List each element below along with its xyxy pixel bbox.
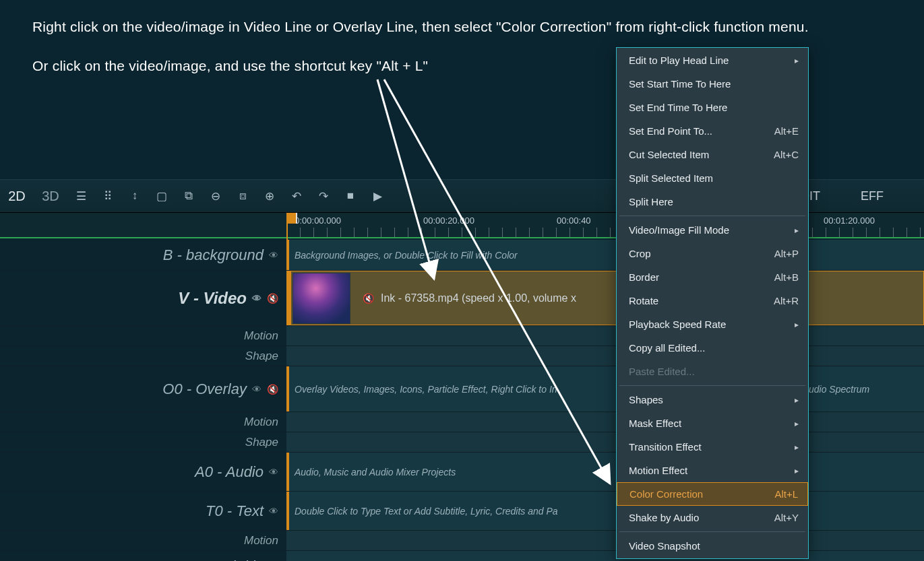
track-audio-label: A0 - Audio <box>195 463 264 481</box>
menu-fill-mode[interactable]: Video/Image Fill Mode▸ <box>617 218 808 242</box>
mute-icon[interactable]: 🔇 <box>267 293 278 304</box>
menu-separator <box>619 385 805 386</box>
eye-icon[interactable]: 👁 <box>269 250 278 261</box>
toolbar-grid-icon[interactable]: ⠿ <box>94 179 121 213</box>
track-text-label: T0 - Text <box>206 502 264 520</box>
track-subtitle-content[interactable]: Double Click to Type Text or Add Subtitl… <box>286 551 924 561</box>
chevron-right-icon: ▸ <box>795 56 799 65</box>
track-subtitle-label: S - Subtitle <box>191 558 264 562</box>
track-overlay-label: O0 - Overlay <box>162 381 247 398</box>
tab-3d[interactable]: 3D <box>34 189 67 204</box>
toolbar-plus-icon[interactable]: ⊕ <box>256 179 283 213</box>
menu-edit-to-play-head[interactable]: Edit to Play Head Line▸ <box>617 48 808 72</box>
menu-set-start-time[interactable]: Set Start Time To Here <box>617 72 808 96</box>
track-text-content[interactable]: Double Click to Type Text or Add Subtitl… <box>286 492 924 530</box>
chevron-right-icon: ▸ <box>795 320 799 329</box>
chevron-right-icon: ▸ <box>795 442 799 452</box>
toolbar-crop-icon[interactable]: ⧈ <box>229 179 256 213</box>
menu-video-snapshot[interactable]: Video Snapshot <box>617 534 808 558</box>
menu-split-selected[interactable]: Split Selected Item <box>617 166 808 190</box>
track-audio-content[interactable]: Audio, Music and Audio Mixer Projects <box>286 453 924 491</box>
menu-paste-edited: Paste Edited... <box>617 360 808 383</box>
track-overlay-hint-tail: udio Spectrum <box>809 384 869 395</box>
track-overlay-content[interactable]: Overlay Videos, Images, Icons, Particle … <box>286 366 924 411</box>
track-video-motion-content[interactable] <box>286 326 924 345</box>
ruler-marks <box>286 228 924 237</box>
eye-icon[interactable]: 👁 <box>252 293 261 304</box>
toolbar-undo-icon[interactable]: ↶ <box>283 179 310 213</box>
eye-icon[interactable]: 👁 <box>269 467 278 477</box>
shape-label: Shape <box>245 436 278 449</box>
motion-label: Motion <box>244 416 278 429</box>
menu-motion-effect[interactable]: Motion Effect▸ <box>617 459 808 482</box>
mute-icon[interactable]: 🔇 <box>267 384 278 395</box>
menu-transition-effect[interactable]: Transition Effect▸ <box>617 435 808 459</box>
ruler-tick-1: 00:00:20.000 <box>423 216 474 226</box>
track-background-content[interactable]: Background Images, or Double Click to Fi… <box>286 240 924 270</box>
track-overlay-motion-content[interactable] <box>286 412 924 432</box>
instruction-line-1: Right click on the video/image in Video … <box>32 19 809 35</box>
tab-2d[interactable]: 2D <box>0 189 34 204</box>
toolbar-play-icon[interactable]: ▶ <box>364 179 391 213</box>
toolbar-updown-icon[interactable]: ↕ <box>121 179 148 213</box>
clip-mute-icon[interactable]: 🔇 <box>363 293 374 304</box>
chevron-right-icon: ▸ <box>795 466 799 475</box>
clip-thumbnail <box>292 273 350 324</box>
track-background-label: B - background <box>163 246 264 264</box>
motion-label: Motion <box>244 329 278 343</box>
instruction-line-2: Or click on the video/image, and use the… <box>32 58 428 74</box>
menu-separator <box>619 216 805 216</box>
toolbar-effect-label[interactable]: EFF <box>861 189 884 203</box>
toolbar-list-icon[interactable]: ☰ <box>67 179 94 213</box>
clip-filename: Ink - 67358.mp4 (speed x 1.00, volume x <box>381 292 576 304</box>
menu-split-here[interactable]: Split Here <box>617 190 808 213</box>
menu-playback-speed[interactable]: Playback Speed Rate▸ <box>617 312 808 336</box>
track-video-label: V - Video <box>178 289 247 308</box>
clip-left-handle[interactable] <box>287 271 291 325</box>
menu-copy-all-edited[interactable]: Copy all Edited... <box>617 336 808 360</box>
menu-shake-by-audio[interactable]: Shake by AudioAlt+Y <box>617 506 808 529</box>
video-clip[interactable]: 🔇 Ink - 67358.mp4 (speed x 1.00, volume … <box>286 271 924 325</box>
menu-rotate[interactable]: RotateAlt+R <box>617 289 808 312</box>
track-overlay-shape-content[interactable] <box>286 432 924 452</box>
menu-border[interactable]: BorderAlt+B <box>617 265 808 289</box>
menu-separator <box>619 531 805 532</box>
chevron-right-icon: ▸ <box>795 419 799 428</box>
eye-icon[interactable]: 👁 <box>269 506 278 517</box>
track-text-motion-content[interactable] <box>286 531 924 550</box>
track-video-shape-content[interactable] <box>286 346 924 366</box>
menu-shapes[interactable]: Shapes▸ <box>617 388 808 411</box>
track-video-content[interactable]: 🔇 Ink - 67358.mp4 (speed x 1.00, volume … <box>286 271 924 325</box>
ruler-tick-2: 00:00:40 <box>557 216 591 226</box>
menu-mask-effect[interactable]: Mask Effect▸ <box>617 411 808 435</box>
ruler-tick-3: 00:01:20.000 <box>824 216 875 226</box>
ruler-tick-0: 00:00:00.000 <box>290 216 341 226</box>
motion-label: Motion <box>244 534 278 548</box>
chevron-right-icon: ▸ <box>795 226 799 235</box>
menu-color-correction[interactable]: Color CorrectionAlt+L <box>617 482 808 506</box>
toolbar-fit-icon[interactable]: ▢ <box>148 179 175 213</box>
toolbar-stop-icon[interactable]: ■ <box>337 179 364 213</box>
chevron-right-icon: ▸ <box>795 395 799 405</box>
menu-cut-selected[interactable]: Cut Selected ItemAlt+C <box>617 143 808 166</box>
menu-set-end-point[interactable]: Set End Point To...Alt+E <box>617 119 808 143</box>
toolbar-redo-icon[interactable]: ↷ <box>310 179 337 213</box>
playhead[interactable] <box>286 213 297 224</box>
shape-label: Shape <box>245 350 278 363</box>
context-menu: Edit to Play Head Line▸ Set Start Time T… <box>616 47 809 559</box>
menu-crop[interactable]: CropAlt+P <box>617 242 808 265</box>
toolbar-split-icon[interactable]: ⧉ <box>175 179 202 213</box>
toolbar-minus-icon[interactable]: ⊖ <box>202 179 229 213</box>
menu-set-end-time[interactable]: Set End Time To Here <box>617 96 808 119</box>
eye-icon[interactable]: 👁 <box>252 384 261 395</box>
